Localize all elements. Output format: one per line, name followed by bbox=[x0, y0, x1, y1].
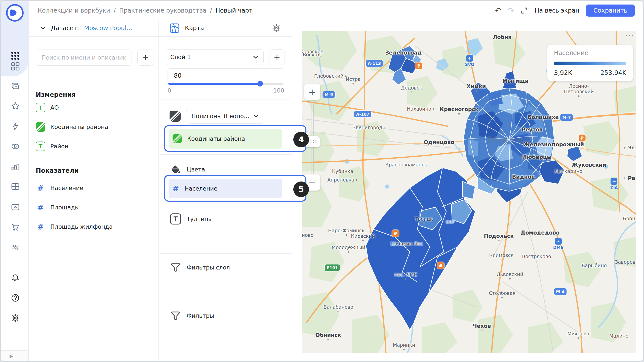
legend-min-value: 3,92K bbox=[554, 69, 572, 76]
geopolygon-dark-icon bbox=[170, 111, 181, 122]
layer-select[interactable]: Слой 1 bbox=[165, 49, 264, 65]
paint-bucket-icon bbox=[170, 164, 181, 175]
field-label: Площадь жилфонда bbox=[50, 223, 113, 230]
services-sliders-icon[interactable] bbox=[10, 242, 21, 253]
tooltip-text-icon bbox=[170, 213, 181, 224]
map-chart-icon[interactable] bbox=[169, 23, 180, 33]
favorites-star-icon[interactable] bbox=[10, 101, 21, 112]
quick-actions-icon[interactable] bbox=[10, 121, 21, 132]
geolayer-type-select[interactable]: Полигоны (Геопо... bbox=[186, 109, 264, 124]
slider-min-label: 0 bbox=[168, 87, 171, 94]
funnel-icon bbox=[170, 262, 181, 273]
airport-code: SVO bbox=[465, 62, 474, 67]
charts-icon[interactable] bbox=[10, 161, 21, 172]
filters-section[interactable]: Фильтры bbox=[170, 310, 214, 321]
chevron-down-icon[interactable] bbox=[40, 25, 46, 31]
datalens-chart-editor: Коллекции и воркбуки / Практические руко… bbox=[1, 1, 643, 361]
add-field-button[interactable]: + bbox=[137, 50, 153, 66]
field-label: Коодинаты района bbox=[50, 124, 108, 130]
road-shield: Е101 bbox=[325, 264, 340, 271]
datalens-logo-icon[interactable] bbox=[6, 4, 24, 22]
geolayer-select-value: Полигоны (Геопо... bbox=[191, 113, 249, 119]
dataset-header: Датасет: Moscow Popul... bbox=[29, 20, 158, 37]
ruble-poi-icon: ₽ bbox=[392, 230, 399, 237]
geopolygon-field-pill[interactable]: Коодинаты района bbox=[169, 129, 282, 149]
notifications-bell-icon[interactable] bbox=[10, 273, 21, 284]
fullscreen-label[interactable]: На весь экран bbox=[535, 7, 579, 14]
dimension-field-row[interactable]: Коодинаты района bbox=[36, 122, 108, 132]
chart-type-header: Карта bbox=[159, 20, 292, 37]
ruble-poi-icon: ₽ bbox=[579, 135, 586, 142]
drag-dots-icon bbox=[308, 140, 316, 143]
airport-code: OSF bbox=[446, 220, 455, 224]
breadcrumb-collections[interactable]: Коллекции и воркбуки bbox=[38, 7, 110, 14]
colors-label: Цвета bbox=[187, 166, 205, 173]
collapse-play-icon[interactable] bbox=[8, 353, 14, 359]
dashboards-icon[interactable] bbox=[10, 61, 21, 72]
ruble-poi-icon: ₽ bbox=[437, 262, 444, 269]
settings-gear-icon[interactable] bbox=[10, 312, 21, 324]
dimension-field-row[interactable]: АО bbox=[36, 103, 59, 112]
save-button[interactable]: Сохранить bbox=[586, 5, 635, 17]
colors-section: Цвета bbox=[170, 164, 205, 175]
dataset-panel: Датасет: Moscow Popul... + Измерения АО … bbox=[29, 20, 159, 361]
top-header: Коллекции и воркбуки / Практические руко… bbox=[29, 1, 643, 20]
measure-field-row[interactable]: Население bbox=[36, 183, 83, 193]
field-label: Площадь bbox=[50, 204, 78, 211]
field-search-input[interactable] bbox=[36, 50, 132, 66]
measure-field-row[interactable]: Площадь bbox=[36, 203, 78, 212]
breadcrumb-guides[interactable]: Практические руководства bbox=[119, 7, 207, 14]
plane-icon bbox=[555, 238, 561, 245]
chart-type-label: Карта bbox=[185, 25, 267, 32]
slider-track[interactable] bbox=[168, 83, 283, 85]
zoom-in-button[interactable]: + bbox=[304, 84, 320, 100]
rail-footer bbox=[1, 350, 28, 361]
layer-opacity-slider[interactable]: 80 bbox=[168, 68, 284, 84]
airport-marker: OSF bbox=[446, 220, 455, 224]
connections-icon[interactable] bbox=[10, 141, 21, 152]
airport-marker: DME bbox=[553, 238, 563, 250]
redo-icon[interactable]: ↷ bbox=[508, 7, 514, 14]
airport-code: DME bbox=[553, 245, 563, 250]
storage-folder-icon[interactable] bbox=[10, 202, 21, 213]
ruble-poi-icon: ₽ bbox=[415, 63, 422, 69]
collections-icon[interactable] bbox=[10, 81, 21, 92]
slider-knob[interactable] bbox=[257, 81, 263, 86]
layer-select-value: Слой 1 bbox=[170, 54, 191, 60]
layer-filters-section[interactable]: Фильтры слоя bbox=[170, 262, 230, 273]
number-icon: # bbox=[173, 184, 179, 193]
layer-filters-label: Фильтры слоя bbox=[187, 264, 230, 271]
legend-max-value: 253,94K bbox=[600, 69, 626, 76]
tooltips-section[interactable]: Тултипы bbox=[170, 213, 213, 224]
chevron-down-icon bbox=[253, 54, 258, 60]
chart-settings-gear-icon[interactable] bbox=[272, 23, 281, 33]
colors-field-pill[interactable]: # Население bbox=[169, 179, 282, 198]
dimensions-title: Измерения bbox=[36, 91, 76, 98]
dataset-label: Датасет: bbox=[51, 25, 79, 32]
add-layer-button[interactable]: + bbox=[269, 49, 285, 65]
geolayer-section: Полигоны (Геопо... bbox=[170, 109, 264, 124]
breadcrumb: Коллекции и воркбуки / Практические руко… bbox=[38, 1, 253, 20]
map-canvas[interactable]: Москва ПокровскоеВосходГлебовскийИстраЗе… bbox=[302, 31, 636, 353]
field-label: Население bbox=[50, 185, 83, 191]
header-actions: ↶ ↷ На весь экран Сохранить bbox=[495, 1, 635, 20]
slider-max-label: 100 bbox=[273, 87, 284, 94]
field-type-icon bbox=[36, 142, 45, 151]
marketplace-cart-icon[interactable] bbox=[10, 222, 21, 233]
road-shield: А-107 bbox=[354, 111, 371, 117]
dataset-name-link[interactable]: Moscow Popul... bbox=[84, 25, 132, 32]
help-icon[interactable] bbox=[10, 292, 21, 303]
measure-field-row[interactable]: Площадь жилфонда bbox=[36, 222, 113, 232]
dimension-field-row[interactable]: Район bbox=[36, 142, 68, 151]
legend-title: Население bbox=[554, 50, 588, 57]
geopolygon-field-label: Коодинаты района bbox=[187, 135, 245, 142]
undo-icon[interactable]: ↶ bbox=[495, 7, 501, 14]
field-type-icon bbox=[36, 103, 45, 112]
fullscreen-icon[interactable] bbox=[520, 7, 528, 14]
slider-fill bbox=[168, 83, 260, 85]
measures-title: Показатели bbox=[36, 167, 79, 174]
map-more-options-icon[interactable]: ··· bbox=[625, 31, 634, 40]
left-rail bbox=[1, 1, 29, 361]
tables-icon[interactable] bbox=[10, 181, 21, 192]
apps-grid-icon[interactable] bbox=[10, 50, 21, 61]
